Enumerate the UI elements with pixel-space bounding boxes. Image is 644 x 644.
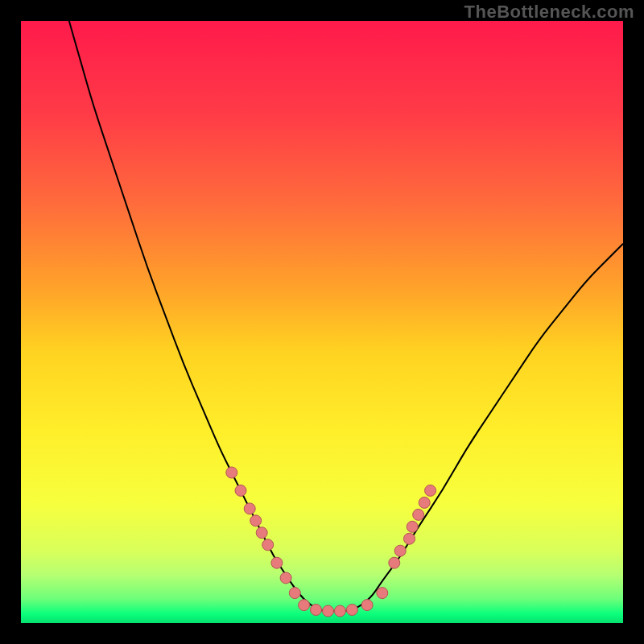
bottleneck-chart xyxy=(21,21,623,623)
data-point xyxy=(394,545,406,556)
data-point xyxy=(404,533,415,544)
data-point xyxy=(256,527,267,539)
gradient-background xyxy=(21,21,623,623)
data-point xyxy=(361,600,373,611)
data-point xyxy=(235,485,246,496)
data-point xyxy=(413,509,424,520)
plot-area xyxy=(21,21,623,623)
data-point xyxy=(280,572,291,584)
data-point xyxy=(323,605,334,617)
data-point xyxy=(250,515,262,526)
data-point xyxy=(226,467,237,478)
data-point xyxy=(346,605,357,616)
data-point xyxy=(289,588,300,599)
data-point xyxy=(419,497,430,508)
data-point xyxy=(311,605,322,616)
data-point xyxy=(334,605,345,617)
data-point xyxy=(407,521,418,532)
attribution-text: TheBottleneck.com xyxy=(464,2,634,23)
data-point xyxy=(271,557,283,568)
chart-frame: TheBottleneck.com xyxy=(0,0,644,644)
data-point xyxy=(425,485,436,496)
data-point xyxy=(244,503,255,514)
data-point xyxy=(299,600,310,611)
data-point xyxy=(262,539,274,551)
data-point xyxy=(377,588,388,599)
data-point xyxy=(389,557,400,568)
